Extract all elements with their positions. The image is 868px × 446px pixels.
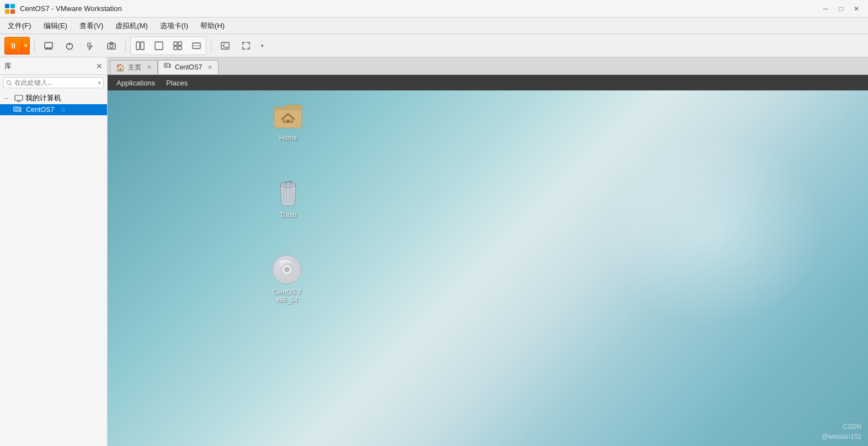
menu-vm[interactable]: 虚拟机(M): [110, 19, 153, 33]
suspend-button[interactable]: [81, 37, 100, 55]
tab-home-close[interactable]: ✕: [147, 64, 152, 71]
search-icon: [6, 79, 12, 87]
fullscreen-button[interactable]: [237, 37, 255, 55]
pause-button[interactable]: ⏸: [4, 37, 22, 55]
svg-rect-34: [166, 65, 167, 66]
power-button[interactable]: [60, 37, 79, 55]
svg-rect-1: [10, 4, 15, 8]
menu-edit[interactable]: 编辑(E): [38, 19, 73, 33]
tab-centos7-icon: [164, 63, 172, 72]
snapshot-button[interactable]: [102, 37, 121, 55]
svg-rect-33: [164, 63, 169, 67]
pause-button-group: ⏸ ▾: [4, 37, 30, 55]
computer-icon: [14, 94, 23, 103]
tab-centos7-label: CentOS7: [175, 63, 202, 71]
svg-rect-0: [5, 4, 9, 8]
desktop-icon-home[interactable]: Home: [263, 99, 313, 143]
svg-point-44: [280, 182, 296, 187]
tree-expand-icon: ─: [4, 95, 12, 101]
menubar: 文件(F) 编辑(E) 查看(V) 虚拟机(M) 选项卡(I) 帮助(H): [0, 18, 868, 34]
tab-bar: 🏠 主页 ✕ CentOS7 ✕: [108, 57, 868, 75]
svg-rect-17: [174, 46, 177, 50]
view-grid-button[interactable]: [168, 37, 187, 55]
content-area: 🏠 主页 ✕ CentOS7 ✕: [108, 57, 868, 446]
sidebar-item-label-centos7: CentOS7: [24, 106, 56, 114]
svg-rect-16: [178, 42, 182, 45]
menu-file[interactable]: 文件(F): [2, 19, 37, 33]
close-button[interactable]: ✕: [849, 3, 864, 14]
menu-view[interactable]: 查看(V): [74, 19, 109, 33]
tab-centos7[interactable]: CentOS7 ✕: [158, 60, 219, 74]
view-stretch-button[interactable]: [187, 37, 206, 55]
send-ctrlaltdel-button[interactable]: [39, 37, 58, 55]
svg-rect-12: [136, 42, 140, 50]
svg-rect-25: [15, 95, 23, 100]
tab-home-label: 主页: [128, 63, 141, 72]
watermark-line2: @weisian151: [822, 432, 861, 442]
tab-home-icon: 🏠: [116, 63, 125, 72]
main-area: 库 ✕ ▾ ─ 我的计算机: [0, 57, 868, 446]
guest-menu-applications[interactable]: Applications: [112, 78, 159, 88]
pause-dropdown-button[interactable]: ▾: [22, 37, 30, 55]
svg-rect-18: [178, 46, 182, 50]
svg-rect-15: [174, 42, 177, 45]
watermark-line1: CSDN: [822, 422, 861, 432]
vm-icon: [13, 105, 22, 114]
guest-menubar: Applications Places: [108, 75, 868, 90]
terminal-button[interactable]: [216, 37, 235, 55]
sidebar-close-button[interactable]: ✕: [96, 62, 103, 71]
search-dropdown-icon[interactable]: ▾: [98, 80, 101, 85]
desktop-icon-cdrom[interactable]: CentOS 7 x86_64: [262, 253, 312, 305]
maximize-button[interactable]: □: [834, 3, 848, 14]
sidebar-item-label-my-computer: 我的计算机: [25, 94, 61, 103]
svg-rect-3: [10, 9, 15, 14]
svg-rect-13: [141, 42, 144, 50]
watermark: CSDN @weisian151: [822, 422, 861, 442]
toolbar-sep-1: [34, 39, 35, 52]
desktop-icon-trash-label: Trash: [278, 210, 299, 220]
titlebar-text: CentOS7 - VMware Workstation: [20, 4, 122, 13]
sidebar-search-bar[interactable]: ▾: [3, 77, 104, 88]
toolbar-sep-2: [125, 39, 126, 52]
svg-rect-4: [45, 42, 52, 48]
svg-rect-38: [286, 120, 290, 122]
sidebar-item-centos7[interactable]: CentOS7 ☆: [0, 104, 107, 115]
sidebar: 库 ✕ ▾ ─ 我的计算机: [0, 57, 108, 446]
svg-rect-2: [5, 9, 9, 14]
desktop-icon-trash[interactable]: Trash: [263, 176, 313, 220]
svg-point-11: [110, 45, 113, 48]
sidebar-item-my-computer[interactable]: ─ 我的计算机: [0, 93, 107, 104]
sidebar-header: 库 ✕: [0, 57, 107, 75]
tab-centos7-close[interactable]: ✕: [207, 64, 212, 71]
svg-rect-28: [14, 107, 20, 111]
fullscreen-dropdown-button[interactable]: ▾: [258, 37, 267, 55]
toolbar-sep-3: [211, 39, 211, 52]
view-library-button[interactable]: [131, 37, 150, 55]
minimize-button[interactable]: ─: [818, 3, 833, 14]
view-buttons-group: [130, 36, 206, 55]
menu-tabs[interactable]: 选项卡(I): [155, 19, 194, 33]
desktop-icon-cdrom-label: CentOS 7 x86_64: [262, 287, 312, 305]
svg-rect-29: [15, 108, 18, 110]
sidebar-search-input[interactable]: [14, 79, 96, 87]
titlebar: CentOS7 - VMware Workstation ─ □ ✕: [0, 0, 868, 18]
svg-rect-14: [155, 42, 163, 50]
sidebar-tree: ─ 我的计算机 CentOS7 ☆: [0, 90, 107, 117]
desktop-icon-home-label: Home: [277, 133, 299, 143]
app-logo-icon: [4, 3, 15, 14]
sidebar-star-icon[interactable]: ☆: [60, 106, 66, 114]
menu-help[interactable]: 帮助(H): [195, 19, 230, 33]
view-single-button[interactable]: [150, 37, 168, 55]
sidebar-title: 库: [4, 61, 12, 71]
tab-home[interactable]: 🏠 主页 ✕: [110, 60, 158, 74]
svg-line-24: [10, 84, 12, 85]
guest-menu-places[interactable]: Places: [162, 78, 192, 88]
svg-point-48: [285, 267, 289, 272]
svg-rect-21: [221, 42, 229, 49]
toolbar: ⏸ ▾: [0, 34, 868, 57]
desktop: Home: [108, 90, 868, 446]
